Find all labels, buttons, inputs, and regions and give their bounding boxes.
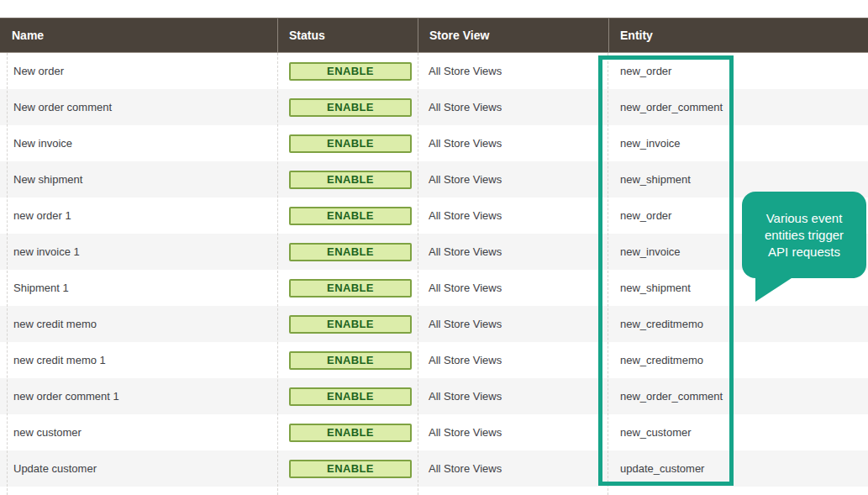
cell-entity: new_shipment xyxy=(608,173,868,186)
enable-button[interactable]: ENABLE xyxy=(289,207,412,225)
cell-store-view: All Store Views xyxy=(418,390,608,403)
table-row[interactable]: New invoice ENABLE All Store Views new_i… xyxy=(0,125,868,161)
column-header-entity[interactable]: Entity xyxy=(608,18,868,52)
table-row[interactable]: new customer ENABLE All Store Views new_… xyxy=(0,414,868,450)
enable-button[interactable]: ENABLE xyxy=(289,243,412,261)
cell-name: new invoice 1 xyxy=(0,245,277,258)
enable-button[interactable]: ENABLE xyxy=(289,279,412,298)
cell-store-view: All Store Views xyxy=(418,318,608,330)
table-row[interactable]: Shipment 1 ENABLE All Store Views new_sh… xyxy=(0,270,868,306)
enable-button[interactable]: ENABLE xyxy=(289,424,412,442)
cell-entity: new_creditmemo xyxy=(608,354,868,366)
cell-entity: new_order_comment xyxy=(608,390,868,403)
enable-button[interactable]: ENABLE xyxy=(289,171,412,189)
table-header-row: Name Status Store View Entity xyxy=(0,18,868,53)
cell-store-view: All Store Views xyxy=(418,65,608,77)
cell-store-view: All Store Views xyxy=(418,173,608,186)
table-row[interactable]: Update customer ENABLE All Store Views u… xyxy=(0,450,868,487)
cell-name: new order 1 xyxy=(0,209,277,222)
cell-name: New invoice xyxy=(0,137,277,150)
events-grid-screen: Name Status Store View Entity New order … xyxy=(0,0,868,495)
table-row[interactable]: new order 1 ENABLE All Store Views new_o… xyxy=(0,197,868,234)
enable-button[interactable]: ENABLE xyxy=(289,351,412,370)
enable-button[interactable]: ENABLE xyxy=(289,315,412,334)
cell-name: new order comment 1 xyxy=(0,390,277,403)
cell-entity: update_customer xyxy=(608,462,868,475)
cell-store-view: All Store Views xyxy=(418,209,608,222)
cell-name: Shipment 1 xyxy=(0,282,277,294)
table-row[interactable]: New order comment ENABLE All Store Views… xyxy=(0,89,868,125)
table-row[interactable]: New order ENABLE All Store Views new_ord… xyxy=(0,53,868,89)
cell-store-view: All Store Views xyxy=(418,282,608,294)
events-table: Name Status Store View Entity New order … xyxy=(0,18,868,487)
table-row[interactable]: new credit memo ENABLE All Store Views n… xyxy=(0,306,868,342)
table-row[interactable]: new invoice 1 ENABLE All Store Views new… xyxy=(0,234,868,270)
table-row[interactable]: new credit memo 1 ENABLE All Store Views… xyxy=(0,342,868,378)
cell-entity: new_shipment xyxy=(608,282,868,294)
cell-entity: new_order xyxy=(608,65,868,77)
cell-entity: new_invoice xyxy=(608,137,868,150)
cell-name: New order xyxy=(0,65,277,77)
cell-store-view: All Store Views xyxy=(418,426,608,439)
table-row[interactable]: New shipment ENABLE All Store Views new_… xyxy=(0,161,868,197)
cell-entity: new_creditmemo xyxy=(608,318,868,330)
cell-name: New shipment xyxy=(0,173,277,186)
table-row[interactable]: new order comment 1 ENABLE All Store Vie… xyxy=(0,378,868,414)
column-header-store-view[interactable]: Store View xyxy=(418,18,608,52)
cell-entity: new_order_comment xyxy=(608,101,868,113)
cell-name: Update customer xyxy=(0,462,277,475)
enable-button[interactable]: ENABLE xyxy=(289,98,412,117)
cell-store-view: All Store Views xyxy=(418,137,608,150)
enable-button[interactable]: ENABLE xyxy=(289,460,412,478)
table-body: New order ENABLE All Store Views new_ord… xyxy=(0,53,868,487)
cell-name: new credit memo xyxy=(0,318,277,330)
cell-entity: new_invoice xyxy=(608,245,868,258)
column-header-name[interactable]: Name xyxy=(0,18,277,52)
cell-name: New order comment xyxy=(0,101,277,113)
cell-entity: new_customer xyxy=(608,426,868,439)
enable-button[interactable]: ENABLE xyxy=(289,62,412,81)
enable-button[interactable]: ENABLE xyxy=(289,387,412,406)
column-header-status[interactable]: Status xyxy=(277,18,418,52)
cell-entity: new_order xyxy=(608,209,868,222)
cell-store-view: All Store Views xyxy=(418,354,608,366)
cell-store-view: All Store Views xyxy=(418,101,608,113)
enable-button[interactable]: ENABLE xyxy=(289,134,412,153)
cell-store-view: All Store Views xyxy=(418,245,608,258)
cell-name: new credit memo 1 xyxy=(0,354,277,366)
cell-name: new customer xyxy=(0,426,277,439)
cell-store-view: All Store Views xyxy=(418,462,608,475)
